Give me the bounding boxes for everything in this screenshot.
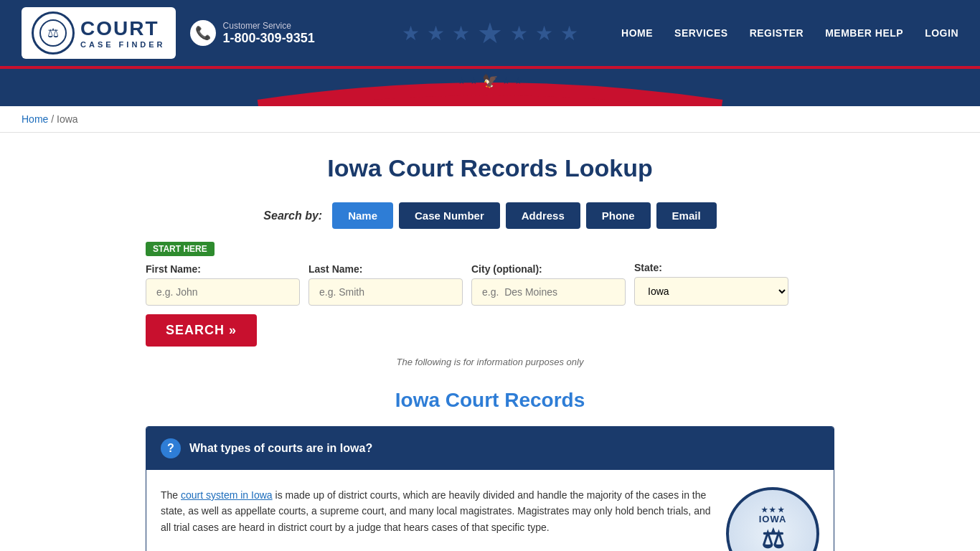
search-form: First Name: Last Name: City (optional): … (146, 262, 834, 347)
search-by-label: Search by: (263, 209, 322, 222)
customer-service: 📞 Customer Service 1-800-309-9351 (190, 20, 315, 46)
phone-icon: 📞 (190, 20, 216, 46)
city-input[interactable] (471, 278, 626, 306)
nav-register[interactable]: REGISTER (750, 27, 804, 39)
search-button-group: SEARCH » (146, 314, 257, 347)
city-label: City (optional): (471, 263, 626, 275)
first-name-group: First Name: (146, 263, 300, 306)
disclaimer: The following is for information purpose… (146, 357, 834, 367)
search-button[interactable]: SEARCH » (146, 314, 257, 347)
court-system-link[interactable]: court system in Iowa (181, 489, 273, 501)
main-content: Iowa Court Records Lookup Search by: Nam… (131, 133, 849, 551)
state-select[interactable]: Iowa Alabama Alaska Arizona California C… (634, 277, 788, 306)
iowa-court-records-title: Iowa Court Records (146, 389, 834, 412)
nav-login[interactable]: LOGIN (925, 27, 958, 39)
tab-case-number[interactable]: Case Number (399, 202, 500, 229)
city-group: City (optional): (471, 263, 626, 306)
first-name-input[interactable] (146, 278, 300, 306)
main-nav: HOME SERVICES REGISTER MEMBER HELP LOGIN (621, 27, 958, 39)
start-here-badge: START HERE (146, 242, 215, 256)
faq-question-icon: ? (161, 438, 181, 458)
cs-text: Customer Service 1-800-309-9351 (223, 21, 315, 46)
tab-phone[interactable]: Phone (586, 202, 651, 229)
logo-icon: ⚖ (32, 11, 75, 55)
eagle-center: ★ ★ 🦅 ★ ★ (458, 70, 522, 89)
svg-text:⚖: ⚖ (47, 26, 59, 40)
site-logo[interactable]: ⚖ COURT CASE FINDER (22, 7, 176, 59)
faq-header[interactable]: ? What types of courts are in Iowa? (146, 427, 834, 470)
breadcrumb: Home / Iowa (0, 106, 980, 133)
last-name-input[interactable] (308, 278, 463, 306)
first-name-label: First Name: (146, 263, 300, 275)
faq-body: The court system in Iowa is made up of d… (146, 470, 834, 551)
iowa-seal: ★ ★ ★ IOWA ⚖ ★ ★ ★ (726, 487, 819, 551)
header-stars-decoration: ★★★ ★ ★★★ (402, 17, 578, 50)
faq-card: ? What types of courts are in Iowa? The … (146, 426, 834, 551)
tab-name[interactable]: Name (332, 202, 393, 229)
faq-body-text: The court system in Iowa is made up of d… (161, 487, 712, 551)
cs-phone[interactable]: 1-800-309-9351 (223, 31, 315, 46)
faq-question-text: What types of courts are in Iowa? (189, 442, 372, 455)
breadcrumb-home[interactable]: Home (22, 113, 48, 125)
nav-home[interactable]: HOME (621, 27, 653, 39)
tab-email[interactable]: Email (656, 202, 717, 229)
last-name-group: Last Name: (308, 263, 463, 306)
page-title: Iowa Court Records Lookup (146, 154, 834, 182)
nav-member-help[interactable]: MEMBER HELP (825, 27, 903, 39)
arch-banner: ★ ★ 🦅 ★ ★ (0, 69, 980, 106)
logo-title: COURT (80, 17, 166, 40)
cs-label: Customer Service (223, 21, 315, 31)
site-header: ⚖ COURT CASE FINDER 📞 Customer Service 1… (0, 0, 980, 69)
state-label: State: (634, 262, 788, 273)
state-group: State: Iowa Alabama Alaska Arizona Calif… (634, 262, 788, 306)
header-left: ⚖ COURT CASE FINDER 📞 Customer Service 1… (22, 7, 315, 59)
nav-services[interactable]: SERVICES (674, 27, 728, 39)
tab-address[interactable]: Address (506, 202, 580, 229)
search-by-row: Search by: Name Case Number Address Phon… (146, 202, 834, 229)
breadcrumb-current: Iowa (57, 113, 78, 125)
breadcrumb-separator: / (51, 113, 57, 125)
logo-text: COURT CASE FINDER (80, 17, 166, 49)
last-name-label: Last Name: (308, 263, 463, 275)
logo-subtitle: CASE FINDER (80, 40, 166, 49)
